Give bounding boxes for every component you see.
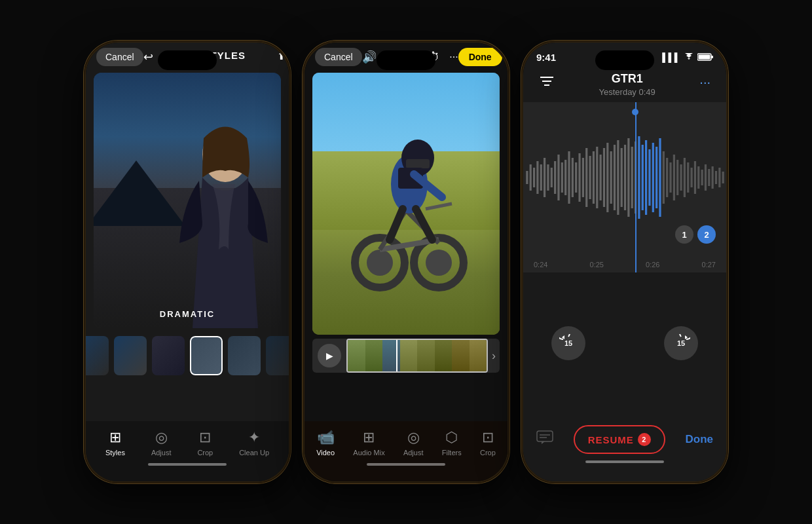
undo-icon[interactable]: ↩: [143, 50, 153, 64]
svg-rect-58: [652, 143, 654, 212]
svg-rect-23: [530, 164, 532, 191]
svg-rect-85: [537, 431, 553, 441]
style-thumb-6[interactable]: [266, 336, 289, 375]
transcript-icon[interactable]: [536, 430, 553, 449]
svg-rect-68: [687, 162, 689, 193]
adjust-label-2: Adjust: [403, 449, 424, 457]
svg-rect-59: [655, 147, 657, 208]
track-badge-1[interactable]: 1: [675, 225, 693, 244]
crop-label-2: Crop: [480, 449, 496, 457]
resume-button[interactable]: RESUME 2: [574, 425, 665, 454]
waveform-area: 1 2 0:24 0:25 0:26 0:27: [523, 102, 726, 272]
filters-icon: ⬡: [445, 429, 458, 446]
tab-filters[interactable]: ⬡ Filters: [442, 429, 462, 457]
svg-rect-22: [526, 171, 528, 184]
track-badges: 1 2: [675, 225, 716, 244]
toolbar-tabs-2: 📹 Video ⊞ Audio Mix ◎ Adjust ⬡ Filters: [304, 426, 507, 459]
tab-crop[interactable]: ⊡ Crop: [197, 429, 213, 457]
style-thumb-2[interactable]: [114, 336, 147, 375]
svg-rect-44: [603, 148, 605, 207]
svg-text:15: 15: [564, 339, 572, 347]
rewind-button[interactable]: 15: [551, 326, 585, 360]
spacer2: [255, 50, 268, 64]
home-indicator-3: [585, 460, 664, 463]
frame-1: [348, 340, 365, 371]
svg-rect-76: [715, 171, 717, 184]
svg-rect-41: [593, 151, 595, 204]
done-button-2[interactable]: Done: [458, 48, 502, 66]
forward-button[interactable]: 15: [664, 326, 698, 360]
svg-rect-62: [666, 158, 668, 197]
svg-rect-24: [533, 168, 535, 187]
phone-3: 9:41 ▌▌▌ GTR1 Yesterda: [521, 41, 728, 483]
status-icons: ▌▌▌: [662, 52, 713, 62]
svg-rect-69: [690, 168, 692, 187]
video-label: Video: [316, 449, 335, 457]
svg-point-2: [367, 250, 393, 276]
bottom-row-3: RESUME 2 Done: [536, 425, 713, 454]
filter-icon[interactable]: [536, 72, 557, 94]
svg-rect-33: [564, 160, 566, 195]
tab-video[interactable]: 📹 Video: [316, 429, 335, 457]
tab-adjust[interactable]: ◎ Adjust: [151, 429, 172, 457]
tab-audiomix[interactable]: ⊞ Audio Mix: [353, 429, 384, 457]
tab-crop-2[interactable]: ⊡ Crop: [480, 429, 496, 457]
svg-rect-50: [624, 145, 626, 210]
svg-rect-70: [694, 161, 696, 194]
svg-point-4: [426, 250, 452, 276]
memo-header: GTR1 Yesterday 0:49 ···: [523, 66, 726, 102]
svg-rect-73: [705, 164, 707, 191]
play-button[interactable]: ▶: [318, 344, 341, 367]
volume-icon[interactable]: 🔊: [362, 50, 377, 64]
tab-cleanup[interactable]: ✦ Clean Up: [239, 429, 269, 457]
svg-rect-42: [596, 147, 598, 208]
cancel-button-1[interactable]: Cancel: [96, 48, 143, 66]
frame-8: [470, 340, 487, 371]
svg-rect-71: [697, 166, 699, 189]
cancel-button-2[interactable]: Cancel: [315, 48, 362, 66]
style-thumb-3[interactable]: [152, 336, 185, 375]
svg-rect-72: [701, 170, 703, 185]
styles-icon: ⊞: [109, 429, 121, 446]
waveform-svg: [523, 115, 726, 240]
memo-subtitle: Yesterday 0:49: [557, 87, 697, 97]
tab-styles[interactable]: ⊞ Styles: [105, 429, 125, 457]
svg-rect-37: [578, 153, 580, 202]
woman-figure: [163, 119, 268, 328]
track-badge-2[interactable]: 2: [697, 225, 716, 244]
photo-area-1: DRAMATIC: [94, 73, 281, 328]
style-thumb-4-selected[interactable]: [190, 336, 223, 375]
cleanup-icon: ✦: [248, 429, 260, 446]
timeline-ruler: 0:24 0:25 0:26 0:27: [523, 249, 726, 272]
svg-rect-11: [406, 159, 430, 168]
svg-rect-57: [648, 149, 650, 206]
svg-rect-55: [642, 145, 644, 210]
phone-1: Cancel ↩ ↪ STYLES ⬆ ··· Done: [84, 41, 291, 483]
style-thumb-5[interactable]: [228, 336, 261, 375]
share-icon[interactable]: ⬆: [277, 50, 286, 64]
svg-rect-43: [600, 155, 602, 200]
timeline-arrow-right[interactable]: ›: [492, 349, 496, 363]
svg-rect-47: [614, 145, 616, 210]
wifi-icon: [684, 53, 694, 62]
svg-rect-40: [589, 156, 591, 199]
frame-2: [365, 340, 383, 371]
svg-rect-46: [610, 151, 612, 204]
status-time: 9:41: [536, 52, 556, 63]
more-icon-2[interactable]: ···: [449, 51, 458, 63]
playhead-dot: [632, 109, 638, 115]
resume-badge: 2: [638, 433, 651, 446]
memo-more-icon[interactable]: ···: [697, 72, 713, 92]
style-thumb-1[interactable]: [86, 336, 109, 375]
tab-adjust-2[interactable]: ◎ Adjust: [403, 429, 424, 457]
frame-4: [400, 340, 418, 371]
done-button-3[interactable]: Done: [686, 433, 714, 446]
ruler-mark-1: 0:25: [590, 261, 604, 269]
svg-rect-64: [673, 155, 675, 200]
phone-2: Cancel 🔊 VIDEO ⏱ ··· Done: [303, 41, 509, 483]
crop-icon: ⊡: [199, 429, 211, 446]
frame-7: [452, 340, 470, 371]
svg-rect-74: [708, 169, 710, 186]
svg-rect-78: [722, 172, 724, 183]
svg-rect-31: [557, 155, 559, 200]
